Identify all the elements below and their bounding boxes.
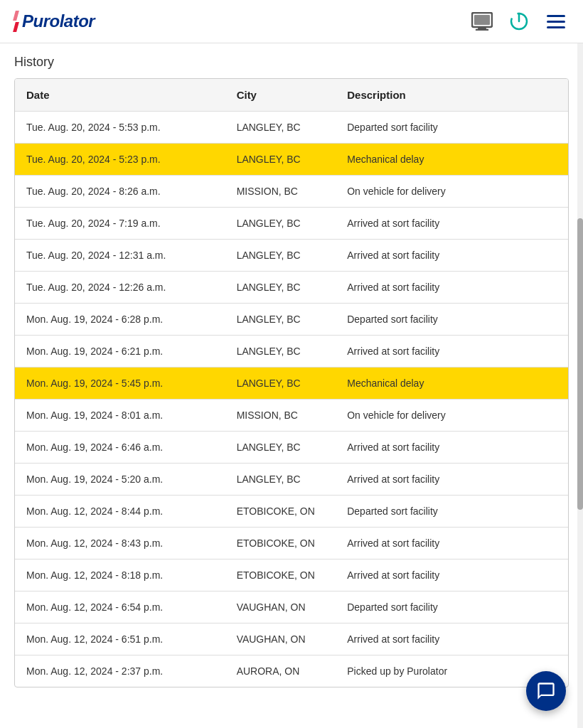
cell-description: Departed sort facility [336,592,568,623]
cell-date: Tue. Aug. 20, 2024 - 12:31 a.m. [15,240,225,272]
cell-description: Arrived at sort facility [336,464,568,496]
table-row: Mon. Aug. 12, 2024 - 8:43 p.m.ETOBICOKE,… [15,528,568,560]
cell-city: ETOBICOKE, ON [225,496,336,528]
cell-date: Mon. Aug. 19, 2024 - 8:01 a.m. [15,400,225,432]
section-title: History [14,55,569,70]
cell-city: MISSION, BC [225,176,336,208]
menu-icon[interactable] [543,9,569,34]
cell-city: VAUGHAN, ON [225,623,336,655]
table-row: Tue. Aug. 20, 2024 - 5:53 p.m.LANGLEY, B… [15,112,568,144]
cell-description: Departed sort facility [336,304,568,336]
header-icons [469,9,569,34]
table-row: Tue. Aug. 20, 2024 - 12:31 a.m.LANGLEY, … [15,240,568,272]
table-row: Mon. Aug. 19, 2024 - 6:21 p.m.LANGLEY, B… [15,336,568,368]
table-row: Mon. Aug. 12, 2024 - 8:18 p.m.ETOBICOKE,… [15,560,568,592]
table-row: Mon. Aug. 12, 2024 - 6:51 p.m.VAUGHAN, O… [15,623,568,655]
scrollbar-track[interactable] [577,0,583,728]
cell-date: Mon. Aug. 19, 2024 - 5:20 a.m. [15,464,225,496]
table-body: Tue. Aug. 20, 2024 - 5:53 p.m.LANGLEY, B… [15,112,568,687]
table-row: Tue. Aug. 20, 2024 - 12:26 a.m.LANGLEY, … [15,272,568,304]
header: Purolator [0,0,583,43]
table-header: Date City Description [15,79,568,112]
cell-city: LANGLEY, BC [225,304,336,336]
cell-description: Arrived at sort facility [336,272,568,304]
cell-city: VAUGHAN, ON [225,592,336,623]
cell-date: Tue. Aug. 20, 2024 - 5:23 p.m. [15,144,225,176]
table-row: Mon. Aug. 19, 2024 - 6:28 p.m.LANGLEY, B… [15,304,568,336]
history-table: Date City Description Tue. Aug. 20, 2024… [15,79,568,687]
cell-date: Mon. Aug. 19, 2024 - 6:46 a.m. [15,432,225,464]
table-row: Mon. Aug. 12, 2024 - 2:37 p.m.AURORA, ON… [15,655,568,687]
table-row: Mon. Aug. 12, 2024 - 6:54 p.m.VAUGHAN, O… [15,592,568,623]
cell-date: Mon. Aug. 19, 2024 - 5:45 p.m. [15,368,225,400]
cell-description: Arrived at sort facility [336,432,568,464]
column-header-city: City [225,79,336,112]
cell-description: Arrived at sort facility [336,336,568,368]
cell-description: Departed sort facility [336,496,568,528]
history-table-container: Date City Description Tue. Aug. 20, 2024… [14,78,569,687]
scrollbar-thumb[interactable] [577,218,583,510]
logo[interactable]: Purolator [14,11,95,32]
svg-rect-3 [474,15,490,25]
screen-icon[interactable] [469,9,495,34]
table-header-row: Date City Description [15,79,568,112]
table-row: Mon. Aug. 12, 2024 - 8:44 p.m.ETOBICOKE,… [15,496,568,528]
cell-description: Mechanical delay [336,144,568,176]
cell-date: Mon. Aug. 12, 2024 - 8:18 p.m. [15,560,225,592]
cell-city: LANGLEY, BC [225,208,336,240]
cell-description: Arrived at sort facility [336,240,568,272]
cell-date: Tue. Aug. 20, 2024 - 12:26 a.m. [15,272,225,304]
cell-city: ETOBICOKE, ON [225,528,336,560]
cell-date: Mon. Aug. 12, 2024 - 6:51 p.m. [15,623,225,655]
cell-date: Mon. Aug. 12, 2024 - 8:44 p.m. [15,496,225,528]
chat-icon [536,681,556,701]
cell-description: Arrived at sort facility [336,528,568,560]
power-svg-icon [509,11,529,31]
cell-city: LANGLEY, BC [225,272,336,304]
table-row: Tue. Aug. 20, 2024 - 8:26 a.m.MISSION, B… [15,176,568,208]
power-icon[interactable] [506,9,532,34]
cell-date: Mon. Aug. 12, 2024 - 6:54 p.m. [15,592,225,623]
table-row: Mon. Aug. 19, 2024 - 6:46 a.m.LANGLEY, B… [15,432,568,464]
cell-date: Mon. Aug. 12, 2024 - 8:43 p.m. [15,528,225,560]
cell-city: LANGLEY, BC [225,240,336,272]
menu-line-2 [547,21,565,23]
screen-svg-icon [471,12,493,31]
main-content: History Date City Description Tue. Aug. … [0,43,583,699]
cell-city: ETOBICOKE, ON [225,560,336,592]
column-header-date: Date [15,79,225,112]
cell-description: Arrived at sort facility [336,623,568,655]
table-row: Mon. Aug. 19, 2024 - 5:20 a.m.LANGLEY, B… [15,464,568,496]
cell-city: LANGLEY, BC [225,336,336,368]
cell-date: Mon. Aug. 19, 2024 - 6:28 p.m. [15,304,225,336]
menu-line-3 [547,26,565,28]
logo-slash-icon [14,11,18,32]
table-row: Tue. Aug. 20, 2024 - 5:23 p.m.LANGLEY, B… [15,144,568,176]
table-row: Tue. Aug. 20, 2024 - 7:19 a.m.LANGLEY, B… [15,208,568,240]
cell-city: LANGLEY, BC [225,144,336,176]
chat-button[interactable] [526,671,566,711]
cell-city: MISSION, BC [225,400,336,432]
cell-description: Departed sort facility [336,112,568,144]
cell-city: AURORA, ON [225,655,336,687]
cell-date: Mon. Aug. 12, 2024 - 2:37 p.m. [15,655,225,687]
cell-city: LANGLEY, BC [225,464,336,496]
cell-description: Arrived at sort facility [336,560,568,592]
cell-description: Arrived at sort facility [336,208,568,240]
cell-city: LANGLEY, BC [225,368,336,400]
cell-description: On vehicle for delivery [336,176,568,208]
table-row: Mon. Aug. 19, 2024 - 5:45 p.m.LANGLEY, B… [15,368,568,400]
menu-line-1 [547,15,565,17]
table-row: Mon. Aug. 19, 2024 - 8:01 a.m.MISSION, B… [15,400,568,432]
cell-date: Tue. Aug. 20, 2024 - 5:53 p.m. [15,112,225,144]
column-header-description: Description [336,79,568,112]
cell-date: Mon. Aug. 19, 2024 - 6:21 p.m. [15,336,225,368]
cell-date: Tue. Aug. 20, 2024 - 7:19 a.m. [15,208,225,240]
cell-city: LANGLEY, BC [225,112,336,144]
cell-date: Tue. Aug. 20, 2024 - 8:26 a.m. [15,176,225,208]
cell-description: Mechanical delay [336,368,568,400]
cell-description: On vehicle for delivery [336,400,568,432]
cell-city: LANGLEY, BC [225,432,336,464]
logo-text: Purolator [22,11,95,31]
